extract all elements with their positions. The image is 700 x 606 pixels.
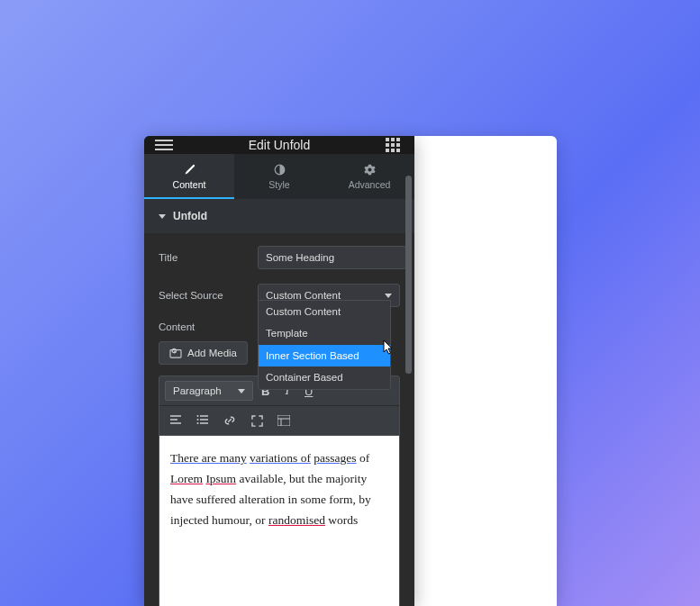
tab-label: Advanced [349, 179, 391, 190]
add-media-label: Add Media [187, 348, 237, 358]
tab-style[interactable]: Style [234, 154, 324, 199]
hamburger-icon[interactable] [155, 136, 173, 154]
preview-canvas [414, 136, 557, 606]
tabs: Content Style Advanced [144, 154, 414, 199]
add-media-button[interactable]: Add Media [159, 341, 248, 365]
svg-point-5 [197, 419, 199, 421]
contrast-icon [273, 163, 286, 176]
format-select[interactable]: Paragraph [165, 381, 253, 401]
chevron-down-icon [238, 389, 245, 393]
media-icon [169, 348, 182, 358]
option-custom-content[interactable]: Custom Content [259, 301, 390, 322]
field-label: Select Source [159, 290, 249, 301]
fullscreen-button[interactable] [248, 412, 266, 430]
titlebar: Edit Unfold [144, 136, 414, 154]
tab-advanced[interactable]: Advanced [324, 154, 414, 199]
option-inner-section-based[interactable]: Inner Section Based [259, 345, 390, 366]
tab-label: Content [173, 179, 206, 190]
wysiwyg-content[interactable]: There are many variations of passages of… [159, 436, 400, 606]
option-container-based[interactable]: Container Based [259, 366, 390, 388]
format-value: Paragraph [173, 385, 222, 396]
mouse-cursor-icon [383, 339, 394, 356]
align-left-button[interactable] [167, 412, 185, 430]
field-title: Title [159, 246, 400, 269]
option-template[interactable]: Template [259, 322, 390, 344]
tab-content[interactable]: Content [144, 154, 234, 199]
svg-point-4 [197, 415, 199, 417]
panel-scrollbar[interactable] [405, 176, 413, 599]
title-input[interactable] [258, 246, 406, 269]
tab-label: Style [268, 179, 289, 190]
pencil-icon [183, 163, 195, 176]
field-label: Content [159, 321, 249, 332]
source-dropdown: Custom Content Template Inner Section Ba… [258, 300, 391, 390]
chevron-down-icon [385, 294, 392, 298]
scroll-thumb[interactable] [405, 176, 412, 374]
panel-title: Edit Unfold [144, 138, 414, 152]
panel-body: Title Select Source Custom Content Custo… [144, 233, 414, 606]
section-header-unfold[interactable]: Unfold [144, 199, 414, 233]
field-label: Title [159, 252, 249, 263]
link-button[interactable] [221, 412, 239, 430]
svg-rect-7 [277, 415, 290, 426]
toolbar-toggle-button[interactable] [275, 412, 293, 430]
chevron-down-icon [159, 214, 166, 219]
editor-panel: Edit Unfold Content Style Advanced Unfol… [144, 136, 414, 606]
apps-grid-icon[interactable] [386, 136, 404, 154]
svg-point-6 [197, 422, 199, 424]
gear-icon [363, 163, 376, 176]
list-button[interactable] [194, 412, 212, 430]
section-title: Unfold [173, 210, 207, 222]
